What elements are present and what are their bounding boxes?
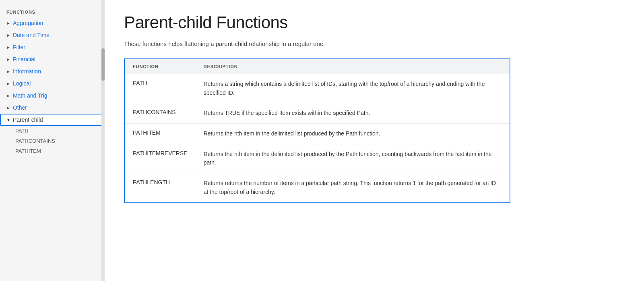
col-header-description: DESCRIPTION <box>196 59 510 74</box>
table-header-row: FUNCTION DESCRIPTION <box>124 59 510 74</box>
arrow-icon: ► <box>6 57 10 62</box>
arrow-icon: ► <box>6 21 10 25</box>
page-title: Parent-child Functions <box>124 13 625 32</box>
sidebar-item-label: Information <box>13 68 41 75</box>
sidebar-item-parent-child[interactable]: ▼ Parent-child <box>0 114 104 126</box>
arrow-icon: ► <box>6 33 10 37</box>
func-desc-cell: Returns the nth item in the delimited li… <box>196 124 510 144</box>
sidebar-subitem-pathcontains[interactable]: PATHCONTAINS <box>0 136 104 146</box>
arrow-icon: ► <box>6 94 10 98</box>
table-row: PATHReturns a string which contains a de… <box>124 74 510 103</box>
sidebar-item-label: Financial <box>13 56 35 62</box>
func-name-cell[interactable]: PATHITEM <box>124 124 196 144</box>
table-row: PATHCONTAINSReturns TRUE if the specifie… <box>124 103 510 124</box>
sidebar-item-label: Other <box>13 104 27 111</box>
func-desc-cell: Returns the nth item in the delimited li… <box>196 144 510 173</box>
sidebar-item-logical[interactable]: ► Logical <box>0 77 104 90</box>
func-name-cell[interactable]: PATHCONTAINS <box>124 103 196 124</box>
sidebar-item-label: Aggregation <box>13 20 43 26</box>
scrollbar-track <box>101 0 105 281</box>
table-row: PATHLENGTHReturns returns the number of … <box>124 173 510 203</box>
sidebar-item-aggregation[interactable]: ► Aggregation <box>0 17 104 29</box>
sidebar-item-label: Filter <box>13 44 25 50</box>
main-content: Parent-child Functions These functions h… <box>105 0 644 281</box>
table-row: PATHITEMReturns the nth item in the deli… <box>124 124 510 144</box>
func-name-cell[interactable]: PATHLENGTH <box>124 173 196 203</box>
sidebar-item-information[interactable]: ► Information <box>0 65 104 77</box>
sidebar-item-math-and-trig[interactable]: ► Math and Trig <box>0 90 104 102</box>
func-desc-cell: Returns TRUE if the specified Item exist… <box>196 103 510 124</box>
arrow-icon: ► <box>6 69 10 74</box>
sidebar-item-label: Math and Trig <box>13 92 47 99</box>
func-desc-cell: Returns a string which contains a delimi… <box>196 74 510 103</box>
sidebar-item-label: Parent-child <box>13 117 43 123</box>
page-description: These functions helps flattening a paren… <box>124 40 625 47</box>
functions-table: FUNCTION DESCRIPTION PATHReturns a strin… <box>124 58 510 203</box>
sidebar-item-label: Logical <box>13 80 31 87</box>
sidebar-subitem-path[interactable]: PATH <box>0 126 104 136</box>
arrow-icon: ▼ <box>6 118 10 122</box>
func-desc-cell: Returns returns the number of items in a… <box>196 173 510 203</box>
sidebar-item-other[interactable]: ► Other <box>0 102 104 114</box>
sidebar-section-header: FUNCTIONS <box>0 6 104 17</box>
arrow-icon: ► <box>6 45 10 50</box>
arrow-icon: ► <box>6 106 10 110</box>
sidebar-subitem-pathitem[interactable]: PATHITEM <box>0 146 104 156</box>
sidebar: FUNCTIONS ► Aggregation ► Date and Time … <box>0 0 105 281</box>
scrollbar-thumb[interactable] <box>101 48 105 81</box>
func-name-cell[interactable]: PATH <box>124 74 196 103</box>
sidebar-item-date-and-time[interactable]: ► Date and Time <box>0 29 104 41</box>
col-header-function: FUNCTION <box>124 59 196 74</box>
arrow-icon: ► <box>6 81 10 86</box>
func-name-cell[interactable]: PATHITEMREVERSE <box>124 144 196 173</box>
sidebar-item-financial[interactable]: ► Financial <box>0 53 104 65</box>
sidebar-item-label: Date and Time <box>13 32 50 38</box>
sidebar-item-filter[interactable]: ► Filter <box>0 41 104 53</box>
table-row: PATHITEMREVERSEReturns the nth item in t… <box>124 144 510 173</box>
